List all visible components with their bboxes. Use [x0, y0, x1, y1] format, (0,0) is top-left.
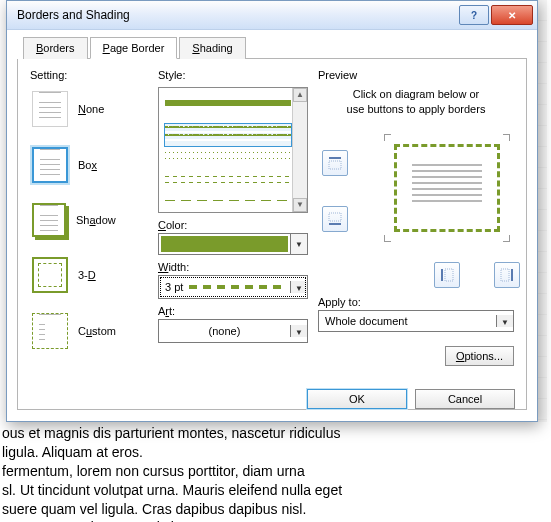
art-picker[interactable]: (none) ▼	[158, 319, 308, 343]
setting-3d[interactable]: 3-D	[30, 253, 148, 297]
svg-rect-6	[511, 269, 513, 281]
art-label: Art:	[158, 305, 308, 317]
width-label: Width:	[158, 261, 308, 273]
apply-to-dropdown-button[interactable]: ▼	[496, 315, 513, 327]
art-dropdown-button[interactable]: ▼	[290, 325, 307, 337]
help-button[interactable]: ?	[459, 5, 489, 25]
three-d-icon	[32, 257, 68, 293]
shadow-icon	[32, 203, 66, 237]
width-picker[interactable]: 3 pt ▼	[158, 275, 308, 299]
color-label: Color:	[158, 219, 308, 231]
apply-to-select[interactable]: Whole document ▼	[318, 310, 514, 332]
tab-borders[interactable]: Borders	[23, 37, 88, 59]
border-left-button[interactable]	[434, 262, 460, 288]
box-icon	[32, 147, 68, 183]
none-icon	[32, 91, 68, 127]
style-listbox[interactable]	[158, 87, 308, 213]
ok-button[interactable]: OK	[307, 389, 407, 409]
borders-shading-dialog: Borders and Shading ? ✕ Borders Page Bor…	[6, 0, 538, 422]
close-button[interactable]: ✕	[491, 5, 533, 25]
custom-icon	[32, 313, 68, 349]
border-bottom-button[interactable]	[322, 206, 348, 232]
setting-shadow[interactable]: Shadow	[30, 199, 148, 241]
svg-rect-0	[329, 157, 341, 159]
document-body-text: ous et magnis dis parturient montes, nas…	[0, 422, 551, 522]
color-picker[interactable]: ▼	[158, 233, 308, 255]
color-dropdown-button[interactable]: ▼	[290, 234, 307, 254]
svg-rect-5	[445, 269, 453, 281]
width-sample	[189, 285, 286, 289]
svg-rect-1	[329, 161, 341, 169]
tab-page-border[interactable]: Page Border	[90, 37, 178, 59]
titlebar: Borders and Shading ? ✕	[7, 1, 537, 30]
style-label: Style:	[158, 69, 308, 81]
style-option-dash-med[interactable]	[165, 176, 291, 194]
setting-custom[interactable]: Custom	[30, 309, 148, 353]
cancel-button[interactable]: Cancel	[415, 389, 515, 409]
preview-diagram	[318, 132, 514, 292]
svg-rect-4	[441, 269, 443, 281]
style-option-solid[interactable]	[165, 100, 291, 118]
border-top-button[interactable]	[322, 150, 348, 176]
preview-label: Preview	[318, 69, 514, 81]
apply-to-label: Apply to:	[318, 296, 514, 308]
options-button[interactable]: Options...	[445, 346, 514, 366]
svg-rect-2	[329, 223, 341, 225]
color-preview	[161, 236, 288, 252]
svg-rect-7	[501, 269, 509, 281]
style-option-dash-fine[interactable]	[165, 124, 291, 146]
svg-rect-3	[329, 213, 341, 221]
style-option-dots[interactable]	[165, 152, 291, 170]
width-dropdown-button[interactable]: ▼	[290, 281, 307, 293]
tab-shading[interactable]: Shading	[179, 37, 245, 59]
setting-box[interactable]: Box	[30, 143, 148, 187]
style-scrollbar[interactable]	[292, 88, 307, 212]
tab-strip: Borders Page Border Shading	[23, 36, 527, 59]
preview-hint: Click on diagram below or use buttons to…	[318, 87, 514, 118]
style-option-dash-long[interactable]	[165, 200, 291, 213]
border-right-button[interactable]	[494, 262, 520, 288]
page-preview[interactable]	[388, 138, 506, 238]
setting-none[interactable]: None	[30, 87, 148, 131]
dialog-title: Borders and Shading	[17, 8, 457, 22]
art-value: (none)	[159, 325, 290, 337]
apply-to-value: Whole document	[319, 315, 496, 327]
setting-label: Setting:	[30, 69, 148, 81]
width-value: 3 pt	[159, 281, 189, 293]
